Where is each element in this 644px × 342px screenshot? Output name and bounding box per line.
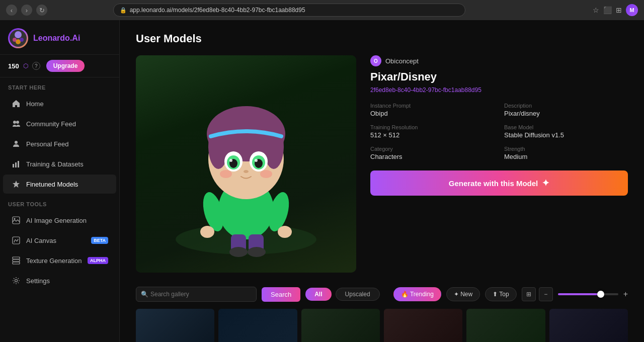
- url-bar[interactable]: 🔒 app.leonardo.ai/models/2f6ed8eb-8c40-4…: [113, 4, 465, 17]
- user-tools-label: User Tools: [0, 194, 119, 210]
- add-button[interactable]: +: [623, 290, 628, 299]
- svg-point-31: [255, 159, 258, 162]
- sidebar-item-label: Home: [26, 100, 44, 108]
- logo-area: Leonardo.Ai: [0, 20, 119, 55]
- svg-rect-7: [13, 164, 14, 167]
- sidebar-item-personal-feed[interactable]: Personal Feed: [3, 134, 116, 153]
- gallery-thumb-6[interactable]: [549, 309, 628, 342]
- sidebar-item-label: Training & Datasets: [26, 160, 84, 168]
- logo-avatar: [8, 28, 28, 48]
- sidebar-item-training[interactable]: Training & Datasets: [3, 154, 116, 174]
- image-icon: [11, 215, 21, 225]
- description-group: Description Pixar/disney: [504, 103, 628, 117]
- slider-thumb[interactable]: [597, 291, 604, 298]
- tab-grid-icon[interactable]: ⊞: [616, 6, 622, 14]
- svg-point-38: [278, 226, 292, 238]
- training-resolution-value: 512 × 512: [370, 131, 494, 139]
- lock-icon: 🔒: [120, 7, 127, 14]
- category-value: Characters: [370, 153, 494, 160]
- generate-button[interactable]: Generate with this Model ✦: [370, 170, 628, 196]
- new-filter[interactable]: ✦ New: [446, 287, 480, 301]
- gallery-thumb-2[interactable]: [218, 309, 297, 342]
- canvas-icon: [11, 235, 21, 245]
- svg-point-12: [14, 218, 16, 220]
- svg-rect-15: [13, 260, 20, 262]
- top-filter[interactable]: ⬆ Top: [485, 287, 516, 301]
- app-layout: Leonardo.Ai 150 ⬡ ? Upgrade Start Here H…: [0, 20, 644, 342]
- author-name: Obiconcept: [385, 57, 419, 65]
- sidebar-item-settings[interactable]: Settings: [3, 271, 116, 290]
- user-avatar[interactable]: M: [626, 4, 638, 16]
- trending-filter[interactable]: 🔥 Trending: [393, 287, 441, 301]
- personal-icon: [11, 139, 21, 149]
- filter-tab-upscaled[interactable]: Upscaled: [336, 288, 380, 301]
- training-resolution-label: Training Resolution: [370, 124, 494, 130]
- base-model-value: Stable Diffusion v1.5: [504, 131, 628, 139]
- credits-help-button[interactable]: ?: [32, 62, 40, 70]
- instance-prompt-group: Instance Prompt Obipd: [370, 103, 494, 117]
- sidebar-item-label: Finetuned Models: [26, 181, 78, 188]
- upgrade-button[interactable]: Upgrade: [46, 60, 85, 72]
- search-icon: 🔍: [141, 291, 148, 298]
- sidebar-item-texture[interactable]: Texture Generation ALPHA: [3, 251, 116, 270]
- home-icon: [11, 99, 21, 109]
- filter-tabs: All Upscaled: [305, 288, 379, 301]
- svg-marker-10: [13, 181, 20, 188]
- svg-point-3: [20, 38, 24, 42]
- bookmark-icon[interactable]: ☆: [593, 6, 599, 14]
- model-id: 2f6ed8eb-8c40-4bb2-97bc-fbc1aab88d95: [370, 87, 628, 94]
- sidebar-item-ai-image[interactable]: AI Image Generation: [3, 211, 116, 230]
- search-input[interactable]: [136, 287, 257, 302]
- svg-point-37: [200, 226, 214, 238]
- svg-rect-11: [13, 217, 20, 224]
- author-badge: O: [370, 55, 381, 66]
- credits-icon: ⬡: [23, 62, 28, 69]
- model-meta-grid: Instance Prompt Obipd Description Pixar/…: [370, 103, 628, 160]
- gallery-thumb-1[interactable]: [136, 309, 214, 342]
- gallery-grid: [136, 309, 628, 342]
- svg-point-4: [13, 121, 16, 124]
- sidebar-item-ai-canvas[interactable]: AI Canvas BETA: [3, 231, 116, 250]
- start-here-label: Start Here: [0, 77, 119, 94]
- category-label: Category: [370, 146, 494, 152]
- search-container: 🔍: [136, 287, 257, 302]
- credits-count: 150: [8, 62, 19, 70]
- base-model-label: Base Model: [504, 124, 628, 130]
- sidebar-item-home[interactable]: Home: [3, 94, 116, 113]
- back-button[interactable]: ‹: [6, 5, 17, 16]
- description-label: Description: [504, 103, 628, 109]
- main-content: User Models: [120, 20, 644, 342]
- svg-point-33: [220, 170, 232, 178]
- svg-point-17: [15, 280, 18, 282]
- generate-icon: ✦: [542, 178, 549, 189]
- svg-point-41: [229, 247, 248, 257]
- gallery-thumb-3[interactable]: [301, 309, 380, 342]
- svg-point-2: [13, 38, 17, 42]
- gallery-thumb-5[interactable]: [466, 309, 545, 342]
- settings-icon: [11, 276, 21, 286]
- svg-rect-16: [13, 262, 20, 264]
- credits-bar: 150 ⬡ ? Upgrade: [0, 55, 119, 77]
- search-button[interactable]: Search: [262, 287, 300, 302]
- sidebar-item-finetuned[interactable]: Finetuned Models: [3, 175, 116, 194]
- community-icon: [11, 119, 21, 129]
- model-author: O Obiconcept: [370, 55, 628, 66]
- training-resolution-group: Training Resolution 512 × 512: [370, 124, 494, 139]
- svg-rect-9: [18, 161, 19, 167]
- model-layout: O Obiconcept Pixar/Disney 2f6ed8eb-8c40-…: [136, 55, 628, 273]
- gallery-thumb-4[interactable]: [384, 309, 462, 342]
- forward-button[interactable]: ›: [21, 5, 32, 16]
- slider-track[interactable]: [558, 293, 618, 295]
- extensions-icon[interactable]: ⬛: [603, 6, 612, 14]
- alpha-badge: ALPHA: [88, 257, 108, 264]
- filter-tab-all[interactable]: All: [305, 288, 331, 301]
- view-toggle: ⊞ −: [522, 287, 553, 301]
- svg-point-30: [229, 159, 232, 162]
- page-title: User Models: [136, 32, 628, 45]
- refresh-button[interactable]: ↻: [36, 5, 47, 16]
- grid-view-button[interactable]: ⊞: [522, 287, 536, 301]
- sidebar-item-community-feed[interactable]: Community Feed: [3, 114, 116, 133]
- texture-icon: [11, 255, 21, 266]
- minus-button[interactable]: −: [539, 287, 553, 301]
- model-image-container: [136, 55, 356, 273]
